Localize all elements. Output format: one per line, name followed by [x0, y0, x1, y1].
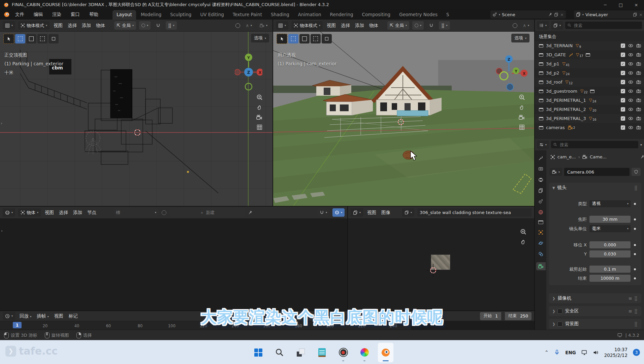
- sidebar-expand-arrow[interactable]: ›: [1, 121, 2, 126]
- outliner-row[interactable]: 3d_TERRAIN ▽9 ✓: [535, 41, 644, 50]
- select-lasso-tool[interactable]: [322, 34, 332, 43]
- task-view-button[interactable]: [293, 343, 309, 362]
- shader-mode-selector[interactable]: 物体▾: [18, 208, 41, 217]
- tab-geometry-nodes[interactable]: Geometry Nodes: [395, 10, 442, 20]
- select-tweak-tool[interactable]: [299, 34, 310, 43]
- datablock-name-field[interactable]: Camera.006: [564, 168, 630, 176]
- select-tweak-tool[interactable]: [26, 34, 36, 43]
- properties-options-caret[interactable]: ▾: [640, 143, 642, 147]
- keyframe-dot[interactable]: [634, 203, 636, 205]
- delete-scene-icon[interactable]: ×: [560, 12, 564, 17]
- exclude-checkbox[interactable]: ✓: [621, 125, 625, 130]
- menu-file[interactable]: 文件: [14, 11, 25, 18]
- zoom-icon[interactable]: [257, 94, 262, 100]
- tl-menu-view[interactable]: 视图: [53, 313, 64, 319]
- volume-icon[interactable]: [593, 350, 599, 355]
- ne-menu-node[interactable]: 节点: [86, 210, 97, 216]
- exclude-checkbox[interactable]: ✓: [621, 98, 625, 102]
- snap-magnet-icon[interactable]: ▾: [317, 208, 329, 217]
- vp-menu-add[interactable]: 添加: [354, 23, 365, 29]
- collection-name[interactable]: cameras: [546, 125, 565, 130]
- copy-scene-icon[interactable]: [554, 12, 558, 17]
- vp-menu-select[interactable]: 选择: [340, 23, 351, 29]
- tab-scene-icon[interactable]: [538, 199, 543, 204]
- outliner-search-input[interactable]: [573, 23, 640, 28]
- exclude-checkbox[interactable]: ✓: [621, 80, 625, 84]
- tab-output-icon[interactable]: [538, 177, 543, 182]
- camera-panel-collapsed[interactable]: ❯摄像机≡ ⣿: [549, 293, 641, 303]
- frame-start-field[interactable]: 开始1: [480, 312, 501, 320]
- disable-render-icon[interactable]: [636, 125, 641, 130]
- scene-name[interactable]: Scene: [502, 12, 546, 17]
- keyframe-dot[interactable]: [634, 277, 636, 279]
- background-images-panel-collapsed[interactable]: ❯背景图⣿: [549, 319, 641, 329]
- select-lasso-tool[interactable]: [49, 34, 59, 43]
- outliner-row[interactable]: 3d_PERIMETRAL_2 ▽20 ✓: [535, 105, 644, 114]
- viewlayer-selector[interactable]: ▾ ViewLayer ×: [574, 10, 644, 19]
- lens-panel-header[interactable]: ▼镜头⣿: [549, 183, 641, 193]
- viewlayer-name[interactable]: ViewLayer: [585, 12, 631, 17]
- pin-icon[interactable]: [548, 12, 552, 17]
- tab-object-icon[interactable]: [538, 230, 543, 235]
- lens-type-dropdown[interactable]: 透视▾: [589, 200, 631, 207]
- tab-collection-icon[interactable]: [538, 220, 543, 224]
- background-images-checkbox[interactable]: [557, 322, 562, 327]
- hide-eye-icon[interactable]: [628, 53, 633, 57]
- exclude-checkbox[interactable]: ✓: [621, 43, 625, 48]
- image-selector-icon[interactable]: ▾: [402, 208, 414, 217]
- collection-name[interactable]: 3d_PERIMETRAL_2: [546, 107, 586, 112]
- exclude-checkbox[interactable]: ✓: [621, 62, 625, 66]
- outliner-row[interactable]: cameras 2 ✓: [535, 123, 644, 132]
- select-box-tool[interactable]: [288, 34, 298, 43]
- camera-datablock-icon[interactable]: ▾: [550, 168, 562, 176]
- editor-type-properties-icon[interactable]: ▾: [537, 141, 549, 149]
- ne-menu-select[interactable]: 选择: [58, 210, 69, 216]
- zoom-icon[interactable]: [519, 94, 525, 100]
- hide-eye-icon[interactable]: [628, 62, 633, 66]
- editor-type-3dview-icon[interactable]: ▾: [276, 21, 288, 30]
- tab-truncated[interactable]: S: [442, 10, 453, 20]
- select-box-tool[interactable]: [15, 34, 25, 43]
- disable-render-icon[interactable]: [636, 62, 641, 66]
- exclude-checkbox[interactable]: ✓: [621, 71, 625, 75]
- safe-areas-checkbox[interactable]: [557, 309, 562, 314]
- language-indicator[interactable]: ENG: [565, 350, 576, 355]
- menu-help[interactable]: 帮助: [88, 11, 99, 18]
- nav-gizmo-right[interactable]: Z Y X: [490, 55, 528, 93]
- vp-menu-object[interactable]: 物体: [368, 23, 379, 29]
- snap-magnet-icon[interactable]: [427, 21, 436, 30]
- viewport-left-canvas[interactable]: cbm: [0, 20, 272, 206]
- falloff-dropdown[interactable]: ∧▾: [243, 21, 254, 30]
- outliner-row[interactable]: 3d_guestroom ▽22 ✓: [535, 87, 644, 96]
- camera-view-icon[interactable]: [256, 115, 262, 120]
- editor-type-timeline-icon[interactable]: ▾: [3, 312, 15, 320]
- disable-render-icon[interactable]: [636, 71, 641, 75]
- image-editor[interactable]: ▾ 视图 图像 ▾ 306_slate wall cladding stone …: [348, 207, 534, 310]
- camera-view-icon[interactable]: [519, 115, 525, 120]
- exclude-checkbox[interactable]: ✓: [621, 116, 625, 121]
- ie-menu-view[interactable]: 视图: [366, 210, 377, 216]
- safe-areas-panel-collapsed[interactable]: ❯安全区≡ ⣿: [549, 306, 641, 316]
- exclude-checkbox[interactable]: ✓: [621, 107, 625, 112]
- viewport-top-ortho[interactable]: cbm: [0, 20, 272, 206]
- image-name-field[interactable]: 306_slate wall cladding stone texture-se…: [417, 208, 532, 217]
- tl-menu-playback[interactable]: 回放 ▾: [19, 313, 32, 319]
- properties-search-input[interactable]: [559, 142, 636, 148]
- pan-hand-icon[interactable]: [520, 239, 526, 245]
- outliner-search[interactable]: [565, 22, 642, 29]
- copy-viewlayer-icon[interactable]: [633, 12, 637, 17]
- breadcrumb-data[interactable]: Came...: [590, 154, 607, 159]
- editor-type-node-icon[interactable]: ▾: [3, 208, 15, 217]
- tab-constraints-icon[interactable]: [538, 251, 543, 256]
- disable-render-icon[interactable]: [636, 98, 641, 102]
- hide-eye-icon[interactable]: [628, 80, 633, 84]
- outliner-row[interactable]: 3d_PERIMETRAL_3 ▽16 ✓: [535, 114, 644, 123]
- tab-texture-paint[interactable]: Texture Paint: [229, 10, 266, 20]
- pivot-point[interactable]: ▾: [412, 21, 424, 30]
- collection-name[interactable]: 3d_roof: [546, 80, 562, 85]
- outliner-row[interactable]: 3d_p2 ▽24 ✓: [535, 68, 644, 78]
- clip-start-field[interactable]: 0.1 m: [589, 266, 631, 273]
- pivot-point[interactable]: ▾: [139, 21, 151, 30]
- minimize-button[interactable]: ─: [598, 0, 613, 9]
- scene-collection-root[interactable]: 场景集合: [539, 34, 556, 40]
